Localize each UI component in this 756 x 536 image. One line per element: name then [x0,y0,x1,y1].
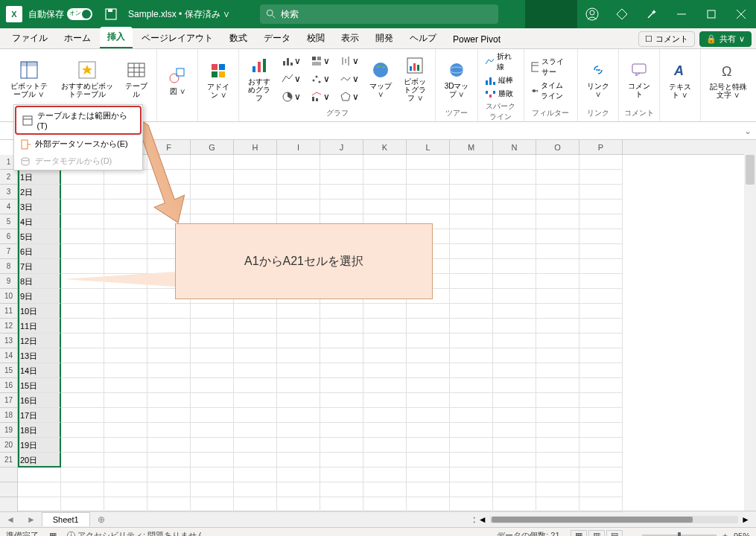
3dmap-button[interactable]: 3Dマップ ∨ [440,58,472,100]
svg-rect-66 [23,116,32,125]
close-button[interactable] [726,0,756,28]
accessibility-status[interactable]: ⓘ アクセシビリティ: 問題ありません [67,530,205,536]
svg-text:A: A [673,63,684,78]
svg-rect-28 [263,59,266,72]
row-headers[interactable]: 123456789101112131415161718192021 [0,155,18,512]
pivottable-button[interactable]: ピボットテーブル ∨ [4,58,53,100]
from-external-source[interactable]: 外部データソースから(E) [14,135,142,153]
filename[interactable]: Sample.xlsx • 保存済み ∨ [128,8,230,21]
sparkline-column-button[interactable]: 縦棒 [483,74,515,86]
addins-button[interactable]: アドイン ∨ [203,59,234,100]
svg-rect-33 [312,57,316,60]
scatter-chart-icon[interactable]: ∨ [307,71,333,87]
tab-home[interactable]: ホーム [57,28,98,48]
group-label-link: リンク [587,106,609,120]
recommended-pivot-button[interactable]: おすすめピボットテーブル [56,58,118,100]
status-count: データの個数: 21 [497,530,559,536]
pie-chart-icon[interactable]: ∨ [278,89,304,105]
zoom-value[interactable]: 95% [734,532,750,537]
zoom-control[interactable]: − ＋ 95% [633,530,750,536]
minimize-button[interactable] [667,0,696,28]
wand-icon[interactable] [637,0,667,28]
sheet-nav-next[interactable]: ► [21,514,42,525]
macro-icon[interactable]: ▦ [49,531,57,536]
svg-rect-58 [532,63,539,71]
excel-icon: X [6,6,22,22]
comments-button[interactable]: ☐ コメント [638,31,695,47]
radar-chart-icon[interactable]: ∨ [336,89,362,105]
save-icon[interactable] [104,7,118,21]
view-pagebreak-icon[interactable]: ▤ [606,530,623,537]
tab-view[interactable]: 表示 [334,28,366,48]
tab-pagelayout[interactable]: ページレイアウト [134,28,220,48]
slicer-button[interactable]: スライサー [529,56,573,78]
stock-chart-icon[interactable]: ∨ [336,53,362,69]
tab-formulas[interactable]: 数式 [222,28,255,48]
surface-chart-icon[interactable]: ∨ [336,71,362,87]
tab-file[interactable]: ファイル [4,28,55,48]
combo-chart-icon[interactable]: ∨ [307,89,333,105]
svg-rect-1 [108,9,112,12]
svg-rect-29 [283,61,285,66]
tab-review[interactable]: 校閲 [299,28,332,48]
sheet-tab-sheet1[interactable]: Sheet1 [42,512,90,526]
ribbon-tabs: ファイル ホーム 挿入 ページレイアウト 数式 データ 校閲 表示 開発 ヘルプ… [0,28,756,49]
tab-powerpivot[interactable]: Power Pivot [445,31,508,48]
vertical-scrollbar[interactable] [744,140,756,511]
account-icon[interactable] [577,0,607,28]
svg-rect-24 [212,71,217,77]
tab-insert[interactable]: 挿入 [100,27,133,48]
svg-rect-8 [708,10,715,18]
pivotchart-button[interactable]: ピボットグラフ ∨ [399,54,431,103]
symbol-button[interactable]: Ω記号と特殊文字 ∨ [705,59,752,100]
svg-point-36 [313,79,315,81]
maximize-button[interactable] [696,0,726,28]
table-button[interactable]: テーブル [121,58,152,100]
svg-rect-23 [219,64,225,70]
callout-tail [63,272,175,287]
svg-rect-49 [417,65,419,71]
comment-button[interactable]: コメント [623,58,655,100]
svg-rect-63 [632,64,646,73]
svg-rect-52 [486,80,488,85]
diamond-icon[interactable] [607,0,637,28]
from-table-range[interactable]: テーブルまたは範囲から(T) [15,106,142,135]
svg-rect-31 [290,63,293,66]
svg-rect-30 [287,58,289,66]
illustrations-button[interactable]: 図 ∨ [162,63,193,97]
add-sheet-button[interactable]: ⊕ [90,514,112,525]
view-normal-icon[interactable]: ▦ [571,530,587,537]
svg-rect-25 [219,71,225,77]
sparkline-winloss-button[interactable]: 勝敗 [483,88,515,100]
tab-help[interactable]: ヘルプ [402,28,444,48]
horizontal-scrollbar[interactable]: : ◄► [473,514,756,525]
svg-point-5 [590,10,594,15]
pivottable-dropdown: テーブルまたは範囲から(T) 外部データソースから(E) データモデルから(D) [13,104,143,170]
autosave[interactable]: 自動保存 オン [28,8,92,21]
hierarchy-chart-icon[interactable]: ∨ [307,53,333,69]
svg-rect-26 [252,66,255,72]
share-button[interactable]: 🔒 共有 ∨ [699,31,752,47]
tab-developer[interactable]: 開発 [368,28,401,48]
worksheet-grid[interactable]: DEFGHIJKLMNOP 12345678910111213141516171… [0,140,756,511]
maps-button[interactable]: マップ ∨ [365,58,396,100]
line-chart-icon[interactable]: ∨ [278,71,304,87]
svg-line-3 [273,16,276,19]
autosave-label: 自動保存 [28,8,64,21]
autosave-toggle[interactable]: オン [67,8,92,20]
sheet-nav-prev[interactable]: ◄ [0,514,21,525]
svg-rect-47 [410,66,412,71]
svg-rect-57 [493,91,495,94]
column-chart-icon[interactable]: ∨ [278,53,304,69]
text-button[interactable]: Aテキスト ∨ [664,59,696,100]
recommended-charts-button[interactable]: おすすめグラフ [244,54,275,103]
search-icon [266,9,276,19]
view-pagelayout-icon[interactable]: ▥ [588,530,605,537]
timeline-button[interactable]: タイムライン [529,80,573,102]
search-input[interactable]: 検索 [260,4,498,24]
link-button[interactable]: リンク ∨ [582,58,614,100]
expand-formula-icon[interactable]: ⌄ [740,126,756,136]
sparkline-line-button[interactable]: 折れ線 [483,51,519,73]
tab-data[interactable]: データ [256,28,298,48]
svg-rect-34 [317,57,321,60]
